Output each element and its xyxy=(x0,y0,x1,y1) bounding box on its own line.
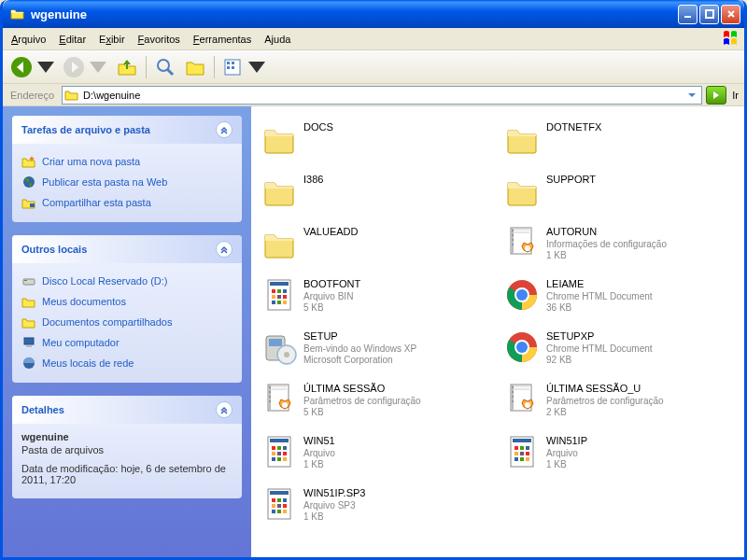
file-size: 5 KB xyxy=(303,302,360,315)
maximize-button[interactable] xyxy=(699,5,719,24)
svg-rect-15 xyxy=(24,338,34,344)
file-name: I386 xyxy=(303,174,323,187)
task-link[interactable]: Compartilhar esta pasta xyxy=(21,192,233,213)
tasks-panel-header[interactable]: Tarefas de arquivo e pasta xyxy=(12,116,242,144)
details-panel-header[interactable]: Detalhes xyxy=(12,396,242,424)
chrome-icon xyxy=(503,276,541,314)
places-panel: Outros locais Disco Local Reservado (D:)… xyxy=(12,235,242,383)
svg-rect-8 xyxy=(232,62,234,64)
svg-point-46 xyxy=(516,342,528,353)
file-item[interactable]: DOCS xyxy=(261,119,492,166)
svg-rect-75 xyxy=(520,446,524,450)
up-button[interactable] xyxy=(113,53,141,81)
places-panel-header[interactable]: Outros locais xyxy=(12,235,242,263)
file-item[interactable]: VALUEADD xyxy=(261,224,492,271)
svg-rect-34 xyxy=(277,301,281,304)
back-button[interactable] xyxy=(8,53,59,81)
forward-button[interactable] xyxy=(61,53,111,81)
menu-arquivo[interactable]: Arquivo xyxy=(5,31,52,48)
svg-rect-29 xyxy=(283,289,287,293)
address-path: D:\wgenuine xyxy=(83,90,681,101)
address-dropdown[interactable] xyxy=(684,88,699,103)
menu-ajuda[interactable]: Ajuda xyxy=(258,31,297,48)
file-size: 2 KB xyxy=(546,407,664,419)
file-item[interactable]: AUTORUNInformações de configuração1 KB xyxy=(503,224,735,271)
svg-rect-32 xyxy=(283,295,287,299)
file-name: DOTNETFX xyxy=(546,121,601,134)
file-item[interactable]: WIN51IPArquivo1 KB xyxy=(503,433,735,480)
svg-rect-67 xyxy=(277,452,281,455)
toolbar-separator xyxy=(146,56,147,78)
task-link[interactable]: Publicar esta pasta na Web xyxy=(21,172,233,192)
file-item[interactable]: SUPPORT xyxy=(503,172,735,218)
svg-rect-30 xyxy=(272,295,275,299)
collapse-icon xyxy=(216,401,233,418)
place-link[interactable]: Meus documentos xyxy=(21,291,233,312)
addressbar: Endereço D:\wgenuine Ir xyxy=(3,84,744,106)
task-link[interactable]: Criar uma nova pasta xyxy=(21,151,233,172)
folders-button[interactable] xyxy=(181,53,209,81)
file-item[interactable]: I386 xyxy=(261,172,492,218)
file-item[interactable]: DOTNETFX xyxy=(503,119,735,166)
svg-rect-78 xyxy=(520,452,524,455)
ini-icon xyxy=(261,381,298,418)
go-button[interactable] xyxy=(706,86,726,105)
file-item[interactable]: SETUPXPChrome HTML Document92 KB xyxy=(503,329,735,375)
svg-point-21 xyxy=(512,234,514,236)
chevron-down-icon xyxy=(246,56,268,78)
menu-favoritos[interactable]: Favoritos xyxy=(132,31,187,48)
file-item[interactable]: ÚLTIMA SESSÃO_UParâmetros de configuraçã… xyxy=(503,381,735,427)
ini-icon xyxy=(503,381,541,418)
place-link[interactable]: Meu computador xyxy=(21,332,233,353)
svg-rect-63 xyxy=(272,446,275,450)
svg-point-50 xyxy=(269,391,271,393)
svg-rect-87 xyxy=(283,498,287,502)
svg-rect-89 xyxy=(277,504,281,508)
svg-rect-80 xyxy=(514,457,518,461)
minimize-button[interactable] xyxy=(678,5,698,24)
svg-rect-33 xyxy=(272,301,275,304)
svg-point-59 xyxy=(512,400,514,402)
close-button[interactable] xyxy=(721,5,740,24)
menu-editar[interactable]: Editar xyxy=(52,31,92,48)
file-name: DOCS xyxy=(303,121,333,134)
file-item[interactable]: ÚLTIMA SESSÃOParâmetros de configuração5… xyxy=(261,381,492,427)
menu-exibir[interactable]: Exibir xyxy=(92,31,132,48)
file-item[interactable]: LEIAMEChrome HTML Document36 KB xyxy=(503,276,735,323)
place-link[interactable]: Meus locais de rede xyxy=(21,353,233,373)
svg-rect-16 xyxy=(26,345,32,347)
bin-icon xyxy=(503,433,541,470)
address-field[interactable]: D:\wgenuine xyxy=(62,86,702,105)
views-button[interactable] xyxy=(219,53,270,81)
file-item[interactable]: WIN51IP.SP3Arquivo SP31 KB xyxy=(261,485,492,532)
file-name: LEIAME xyxy=(546,278,653,291)
place-link[interactable]: Disco Local Reservado (D:) xyxy=(21,271,233,291)
titlebar[interactable]: wgenuine xyxy=(3,0,744,28)
details-name: wgenuine xyxy=(21,431,233,442)
svg-rect-86 xyxy=(277,498,281,502)
svg-rect-64 xyxy=(277,446,281,450)
collapse-icon xyxy=(216,241,233,258)
file-name: ÚLTIMA SESSÃO_U xyxy=(546,383,664,396)
task-label: Compartilhar esta pasta xyxy=(42,197,151,208)
svg-rect-74 xyxy=(514,446,518,450)
svg-point-53 xyxy=(282,402,288,408)
file-item[interactable]: BOOTFONTArquivo BIN5 KB xyxy=(261,276,492,323)
folder-icon xyxy=(10,7,25,21)
search-button[interactable] xyxy=(151,53,179,81)
file-item[interactable]: WIN51Arquivo1 KB xyxy=(261,433,492,480)
place-link[interactable]: Documentos compartilhados xyxy=(21,312,233,332)
svg-rect-70 xyxy=(277,457,281,461)
svg-rect-35 xyxy=(283,301,287,304)
folder-icon xyxy=(503,119,541,157)
svg-rect-27 xyxy=(272,289,275,293)
svg-rect-10 xyxy=(232,66,234,69)
svg-rect-31 xyxy=(277,295,281,299)
details-type: Pasta de arquivos xyxy=(21,444,233,455)
file-desc: Arquivo xyxy=(546,448,587,460)
file-item[interactable]: SETUPBem-vindo ao Windows XPMicrosoft Co… xyxy=(261,329,492,375)
menu-ferramentas[interactable]: Ferramentas xyxy=(187,31,258,48)
panel-title: Outros locais xyxy=(21,244,87,255)
bin-icon xyxy=(261,433,298,470)
file-list[interactable]: DOCSDOTNETFXI386SUPPORTVALUEADDAUTORUNIn… xyxy=(251,106,744,557)
